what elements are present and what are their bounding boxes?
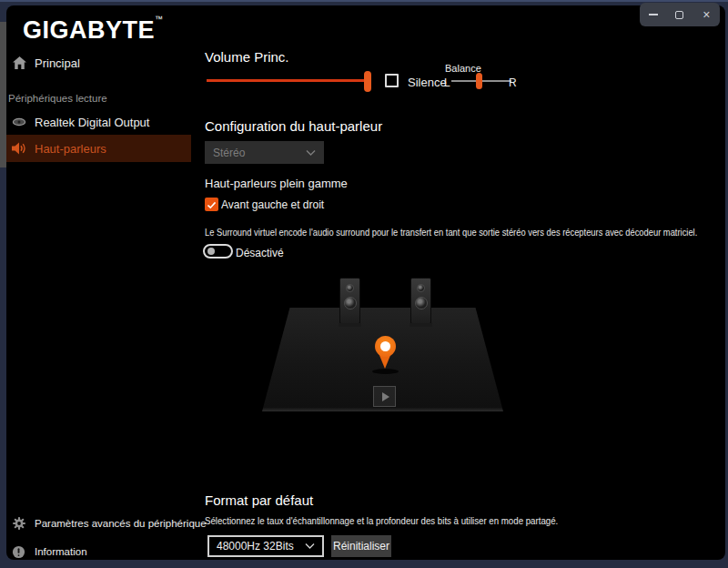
desktop-top-edge <box>0 0 728 2</box>
tweeter-icon <box>417 284 425 292</box>
sidebar-section-playback: Périphériques lecture <box>8 93 107 104</box>
maximize-button[interactable] <box>668 4 692 25</box>
sidebar-item-haut-parleurs-selected[interactable]: Haut-parleurs <box>6 135 191 162</box>
front-left-right-label: Avant gauche et droit <box>221 198 324 211</box>
speaker-scene <box>262 274 503 418</box>
sidebar-item-label: Haut-parleurs <box>35 142 106 156</box>
reset-button[interactable]: Réinitialiser <box>331 535 391 557</box>
chevron-down-icon <box>306 149 316 157</box>
left-speaker-image <box>339 278 360 324</box>
gigabyte-logo: GIGABYTE™ <box>23 15 164 45</box>
sidebar-item-information[interactable]: Information <box>6 540 191 560</box>
speaker-icon <box>11 141 27 156</box>
speaker-base <box>410 323 432 327</box>
sidebar-item-advanced-settings[interactable]: Paramètres avancés du périphérique <box>6 512 191 535</box>
surround-toggle[interactable] <box>203 244 233 259</box>
check-icon <box>207 197 217 213</box>
chevron-down-icon <box>305 543 315 550</box>
digital-output-icon <box>12 117 26 127</box>
desktop: { "window_controls": { "close_glyph": "×… <box>0 0 728 568</box>
background-window-edge <box>0 22 6 167</box>
toggle-knob <box>207 248 215 255</box>
surround-state-label: Désactivé <box>236 247 284 259</box>
sidebar-item-label: Information <box>35 546 87 557</box>
window-controls: × <box>640 3 720 26</box>
maximize-icon <box>675 11 683 19</box>
close-button[interactable]: × <box>694 4 718 25</box>
sample-rate-value: 48000Hz 32Bits <box>217 540 294 553</box>
sidebar-item-label: Realtek Digital Output <box>35 116 149 129</box>
woofer-icon <box>415 297 428 309</box>
speaker-config-value: Stéréo <box>213 147 245 159</box>
minimize-button[interactable] <box>642 4 665 25</box>
default-format-title: Format par défaut <box>205 492 313 508</box>
balance-left-label: L <box>444 76 450 89</box>
sidebar-item-label: Paramètres avancés du périphérique <box>35 518 207 529</box>
tweeter-icon <box>346 284 354 292</box>
volume-slider-track[interactable] <box>207 79 364 82</box>
info-icon <box>12 545 25 559</box>
right-speaker-image <box>410 278 431 324</box>
gear-icon <box>12 516 26 531</box>
full-range-title: Haut-parleurs plein gamme <box>205 177 348 190</box>
app-window: GIGABYTE™ Principal Périphériques lectur… <box>6 5 725 560</box>
woofer-icon <box>344 297 357 309</box>
listener-pin-shadow <box>372 369 399 374</box>
speaker-config-title: Configuration du haut-parleur <box>205 118 382 134</box>
silence-label: Silence <box>408 76 447 89</box>
front-left-right-checkbox[interactable] <box>205 198 218 211</box>
default-format-description: Sélectionnez le taux d'échantillonnage e… <box>205 515 558 526</box>
sidebar-item-realtek-digital-output[interactable]: Realtek Digital Output <box>6 109 191 135</box>
balance-slider-thumb[interactable] <box>476 73 482 89</box>
test-play-button[interactable] <box>373 386 396 407</box>
listener-pin-dot <box>380 341 390 351</box>
sidebar-item-principal[interactable]: Principal <box>6 50 191 76</box>
sidebar-item-label: Principal <box>35 56 80 70</box>
home-icon <box>12 56 27 70</box>
sample-rate-dropdown[interactable]: 48000Hz 32Bits <box>207 535 324 557</box>
silence-checkbox[interactable] <box>385 74 399 87</box>
volume-title: Volume Princ. <box>205 49 289 65</box>
speaker-base <box>339 323 361 327</box>
balance-label: Balance <box>445 63 481 74</box>
minimize-icon <box>649 14 658 15</box>
balance-right-label: R <box>509 76 517 89</box>
play-icon <box>382 392 389 401</box>
speaker-config-dropdown[interactable]: Stéréo <box>205 141 324 164</box>
volume-slider-thumb[interactable] <box>364 71 371 92</box>
surround-description: Le Surround virtuel encode l'audio surro… <box>205 227 697 238</box>
close-icon: × <box>703 7 710 22</box>
trademark: ™ <box>155 15 164 24</box>
